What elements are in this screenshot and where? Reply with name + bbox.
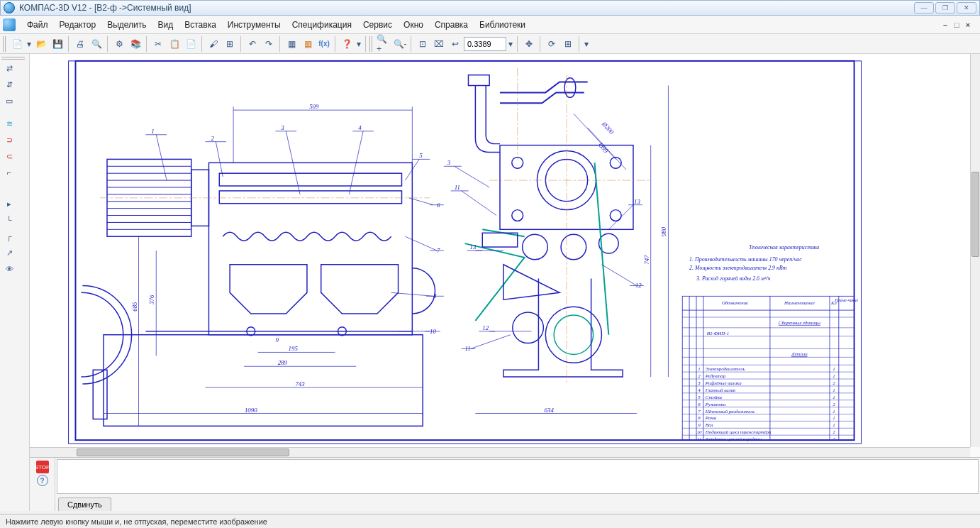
copy-button[interactable]: 📋 — [167, 36, 182, 52]
magnet2-icon[interactable]: ⊂ — [1, 148, 17, 164]
dropdown3-icon[interactable]: ▾ — [507, 36, 514, 52]
rebuild-button[interactable]: ⟳ — [544, 36, 559, 52]
svg-rect-2 — [104, 335, 423, 427]
bom-num: 3 — [697, 380, 701, 385]
doc-close-button[interactable]: × — [963, 21, 973, 29]
dropdown2-icon[interactable]: ▾ — [355, 36, 362, 52]
axis-icon[interactable]: └ — [1, 212, 17, 228]
sec-assembly: Сборочные единицы — [779, 320, 821, 325]
fx-button[interactable]: f(x) — [316, 36, 332, 52]
print-button[interactable]: 🖨 — [72, 36, 88, 52]
toolbar-handle[interactable] — [3, 36, 7, 52]
bom-num: 11 — [697, 436, 701, 441]
redo-button[interactable]: ↷ — [261, 36, 277, 52]
open-button[interactable]: 📂 — [33, 36, 49, 52]
transform2-icon[interactable]: ⇵ — [1, 77, 17, 92]
menu-file[interactable]: Файл — [21, 18, 54, 32]
help-icon[interactable]: ? — [37, 475, 48, 486]
calc-button[interactable]: ▦ — [300, 36, 316, 52]
cut-button[interactable]: ✂ — [150, 36, 166, 52]
arrow-icon[interactable]: ▸ — [1, 196, 17, 211]
magnet-icon[interactable]: ⊃ — [1, 132, 17, 148]
panel-handle[interactable] — [1, 55, 25, 60]
menu-tools[interactable]: Инструменты — [222, 18, 286, 32]
eye-icon[interactable]: 👁 — [1, 261, 17, 277]
canvas[interactable]: 509 1090 743 289 195 685 376 9 — [30, 54, 970, 447]
doc-restore-button[interactable]: □ — [952, 21, 962, 29]
zoom-out-button[interactable]: 🔍- — [392, 36, 408, 52]
menu-spec[interactable]: Спецификация — [286, 18, 357, 32]
undo-button[interactable]: ↶ — [245, 36, 260, 52]
app-icon-small[interactable] — [3, 18, 16, 31]
zoom-input[interactable] — [464, 37, 506, 51]
bom-name: Шнековый разделитель — [705, 409, 755, 414]
lib-button[interactable]: 📚 — [128, 36, 143, 52]
menu-view[interactable]: Вид — [152, 18, 179, 32]
spec-button[interactable]: ▦ — [284, 36, 299, 52]
menu-editor[interactable]: Редактор — [54, 18, 102, 32]
menu-select[interactable]: Выделить — [101, 18, 152, 32]
zoom-in-button[interactable]: 🔍+ — [376, 36, 391, 52]
vertical-scrollbar[interactable] — [970, 54, 980, 447]
minimize-button[interactable]: — — [914, 2, 934, 13]
paste-button[interactable]: 📄 — [183, 36, 199, 52]
bom-name: Электродвигатель — [706, 366, 745, 371]
bom-name: Рама — [705, 415, 717, 420]
zoom-window-button[interactable]: ⌧ — [431, 36, 447, 52]
menu-help[interactable]: Справка — [429, 18, 474, 32]
zoom-fit-button[interactable]: ⊡ — [415, 36, 430, 52]
stop-icon[interactable]: STOP — [36, 461, 49, 473]
step-icon[interactable]: ┌ — [1, 229, 17, 244]
callout-10: 10 — [430, 328, 436, 335]
bom-num: 8 — [698, 415, 701, 420]
bom-name: Подающий цикл транспортёра — [705, 429, 772, 434]
callout-2: 2 — [211, 135, 214, 142]
save-button[interactable]: 💾 — [50, 36, 65, 52]
left-tool-panel-1: ⇄ ⇵ ▭ ≋ ⊃ ⊂ ⌐ ▸ └ ┌ ↗ 👁 — [0, 54, 30, 511]
refresh-button[interactable]: ⊞ — [560, 36, 576, 52]
coord-icon[interactable]: ⌐ — [1, 165, 17, 180]
bom-qty: 2 — [833, 380, 835, 385]
new-button[interactable]: 📄 — [9, 36, 25, 52]
props2-icon[interactable]: ⊞ — [222, 36, 238, 52]
close-button[interactable]: ✕ — [957, 2, 976, 13]
bom-name: Вал — [706, 422, 713, 427]
dim-634: 634 — [545, 407, 555, 414]
dropdown-icon[interactable]: ▾ — [26, 36, 33, 52]
help-button[interactable]: ❓ — [339, 36, 355, 52]
dim-509: 509 — [309, 103, 319, 110]
svg-rect-17 — [219, 191, 401, 204]
diag-icon[interactable]: ↗ — [1, 245, 17, 260]
callout-r13b: 13 — [634, 198, 640, 205]
transform-icon[interactable]: ⇄ — [1, 60, 17, 76]
menu-service[interactable]: Сервис — [357, 18, 398, 32]
bom-name: Редуктор — [705, 373, 726, 378]
zoom-prev-button[interactable]: ↩ — [447, 36, 463, 52]
tab-pan[interactable]: Сдвинуть — [58, 497, 111, 511]
dim-289: 289 — [278, 359, 288, 366]
pan-button[interactable]: ✥ — [521, 36, 537, 52]
menu-insert[interactable]: Вставка — [179, 18, 222, 32]
horizontal-scrollbar[interactable] — [30, 447, 970, 457]
dropdown4-icon[interactable]: ▾ — [583, 36, 590, 52]
brush-icon[interactable]: 🖌 — [206, 36, 221, 52]
menu-window[interactable]: Окно — [398, 18, 429, 32]
drawing-area: ╱ ⩍ ▭ ○ ⌒ · A ▨ ∿ ▦ ↔ ⤴ ⊙ ✓ △ 〰 ⚑ — [30, 54, 980, 511]
doc-minimize-button[interactable]: – — [940, 21, 950, 29]
maximize-button[interactable]: ❐ — [935, 2, 955, 13]
svg-line-67 — [574, 114, 616, 159]
menu-libs[interactable]: Библиотеки — [474, 18, 531, 32]
bom-qty: 1 — [833, 395, 835, 400]
bom-r1-des: В2-ФНП-1 — [707, 331, 729, 336]
layers-icon[interactable]: ≋ — [1, 116, 17, 131]
property-field[interactable] — [57, 459, 979, 494]
bom-qty: 1 — [833, 409, 835, 414]
bom-num: 4 — [698, 387, 701, 392]
props-button[interactable]: ⚙ — [111, 36, 127, 52]
toolbar-handle-2[interactable] — [369, 36, 374, 52]
doc-icon[interactable]: ▭ — [1, 93, 17, 109]
preview-button[interactable]: 🔍 — [89, 36, 104, 52]
bom-qty: 1 — [833, 366, 835, 371]
svg-point-58 — [561, 234, 586, 260]
bom-qty: 1 — [833, 387, 835, 392]
